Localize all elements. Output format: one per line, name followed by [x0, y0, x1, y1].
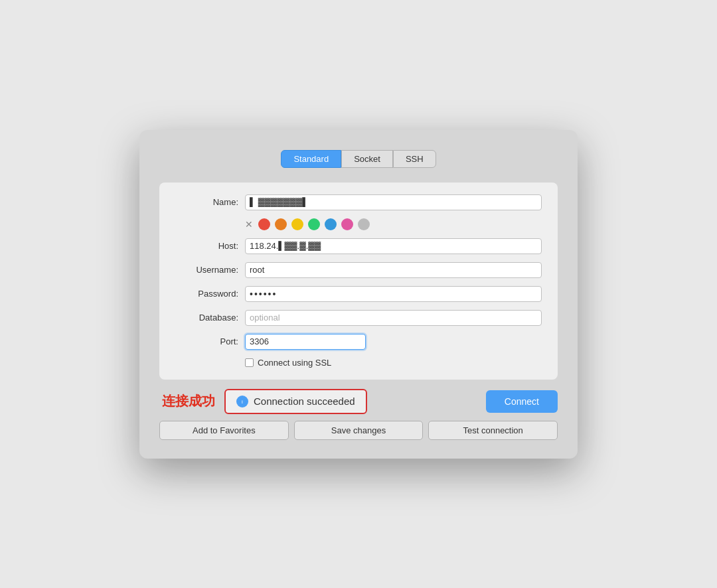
color-dot-yellow[interactable]: [291, 218, 303, 230]
checkmark-icon: i: [239, 398, 246, 405]
database-label: Database:: [175, 313, 238, 323]
port-row: Port:: [175, 334, 542, 350]
host-label: Host:: [175, 241, 238, 251]
color-dot-green[interactable]: [308, 218, 320, 230]
password-label: Password:: [175, 289, 238, 299]
name-input[interactable]: [245, 194, 542, 210]
svg-text:i: i: [242, 399, 243, 405]
port-input[interactable]: [245, 334, 366, 350]
color-dot-gray[interactable]: [358, 218, 370, 230]
color-dot-red[interactable]: [258, 218, 270, 230]
ssl-label: Connect using SSL: [258, 358, 331, 368]
bottom-buttons: Add to Favorites Save changes Test conne…: [159, 421, 558, 440]
password-input[interactable]: [245, 286, 542, 302]
save-changes-button[interactable]: Save changes: [294, 421, 424, 440]
color-row: ✕: [175, 218, 542, 230]
username-input[interactable]: [245, 262, 542, 278]
connection-dialog: Standard Socket SSH Name: ✕ Host: Us: [139, 130, 578, 459]
ssl-checkbox[interactable]: [245, 358, 254, 367]
tab-standard[interactable]: Standard: [281, 150, 341, 168]
name-row: Name:: [175, 194, 542, 210]
form-area: Name: ✕ Host: Username: Password:: [159, 183, 558, 380]
database-input[interactable]: [245, 310, 542, 326]
success-area: 连接成功 i Connection succeeded Connect: [159, 389, 558, 414]
color-dot-pink[interactable]: [341, 218, 353, 230]
color-dot-orange[interactable]: [275, 218, 287, 230]
test-connection-button[interactable]: Test connection: [428, 421, 558, 440]
name-label: Name:: [175, 197, 238, 207]
connection-status-text: Connection succeeded: [254, 396, 355, 407]
host-input[interactable]: [245, 238, 542, 254]
username-label: Username:: [175, 265, 238, 275]
color-dot-blue[interactable]: [325, 218, 337, 230]
tab-bar: Standard Socket SSH: [159, 150, 558, 168]
connection-status-box: i Connection succeeded: [224, 389, 367, 414]
add-to-favorites-button[interactable]: Add to Favorites: [159, 421, 289, 440]
password-row: Password:: [175, 286, 542, 302]
host-row: Host:: [175, 238, 542, 254]
username-row: Username:: [175, 262, 542, 278]
color-clear-icon[interactable]: ✕: [245, 219, 253, 230]
status-icon: i: [236, 396, 248, 407]
ssl-row: Connect using SSL: [175, 358, 542, 368]
connect-button[interactable]: Connect: [486, 390, 558, 413]
tab-socket[interactable]: Socket: [341, 150, 393, 168]
tab-ssh[interactable]: SSH: [393, 150, 436, 168]
database-row: Database:: [175, 310, 542, 326]
port-label: Port:: [175, 336, 238, 346]
chinese-success-text: 连接成功: [162, 392, 215, 410]
